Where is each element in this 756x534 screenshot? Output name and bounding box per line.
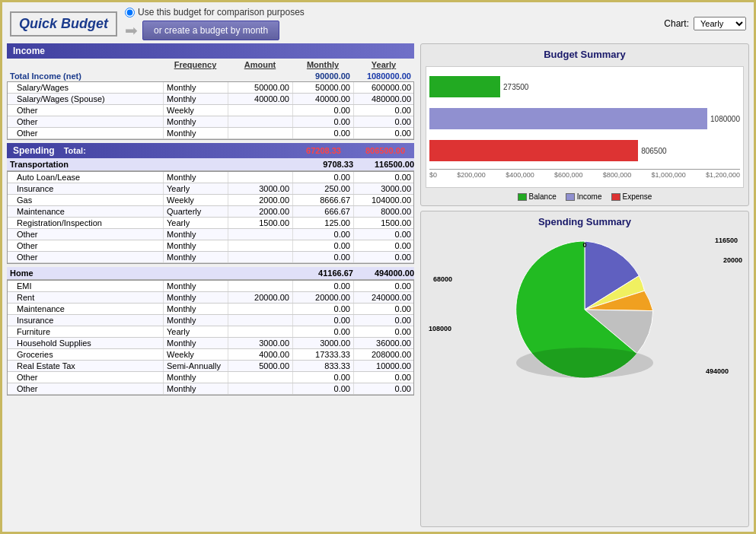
table-row: Groceries Weekly 4000.00 17333.33 208000… — [8, 349, 413, 361]
table-row: Insurance Yearly 3000.00 250.00 3000.00 — [8, 183, 413, 195]
table-row: Salary/Wages (Spouse) Monthly 40000.00 4… — [8, 94, 413, 105]
table-row: Auto Loan/Lease Monthly 0.00 0.00 — [8, 172, 413, 183]
income-bar — [429, 108, 707, 129]
pie-label-0: 0 — [582, 241, 586, 249]
legend-income-color — [566, 193, 575, 201]
table-row: Other Monthly 0.00 0.00 — [8, 128, 413, 139]
spending-header: Spending Total: 67208.33 806500.00 — [7, 143, 414, 158]
spending-summary-box: Spending Summary — [420, 211, 749, 527]
create-budget-button[interactable]: or create a budget by month — [142, 21, 279, 40]
income-section: Income Frequency Amount Monthly Yearly T… — [7, 43, 414, 140]
table-row: Maintenance Monthly 0.00 0.00 — [8, 304, 413, 315]
use-budget-radio[interactable] — [125, 8, 135, 17]
pie-label-116500: 116500 — [715, 237, 738, 244]
table-row: Gas Weekly 2000.00 8666.67 104000.00 — [8, 195, 413, 206]
table-row: Other Weekly 0.00 0.00 — [8, 105, 413, 116]
home-table: EMI Monthly 0.00 0.00 Rent Monthly 20000… — [7, 280, 414, 396]
table-row: Other Monthly 0.00 0.00 — [8, 252, 413, 263]
spending-summary-title: Spending Summary — [426, 216, 744, 227]
balance-value: 273500 — [503, 83, 528, 91]
table-row: Other Monthly 0.00 0.00 — [8, 229, 413, 240]
pie-label-108000: 108000 — [429, 325, 451, 332]
home-header: Home 41166.67 494000.00 — [7, 267, 414, 280]
table-row: Other Monthly 0.00 0.00 — [8, 240, 413, 252]
right-panel: Budget Summary 273500 1080000 — [414, 43, 749, 527]
table-row: Other Monthly 0.00 0.00 — [8, 372, 413, 383]
expense-bar — [429, 140, 638, 161]
income-value: 1080000 — [710, 115, 740, 123]
legend-expense: Expense — [611, 192, 652, 201]
pie-label-68000: 68000 — [433, 275, 452, 283]
income-col-headers: Frequency Amount Monthly Yearly — [7, 59, 414, 71]
pie-chart-svg — [505, 237, 665, 382]
expense-bar-row: 806500 — [429, 137, 740, 164]
legend-income: Income — [566, 192, 602, 201]
legend-balance-color — [518, 193, 527, 201]
table-row: Maintenance Quarterly 2000.00 666.67 800… — [8, 206, 413, 218]
table-row: Other Monthly 0.00 0.00 — [8, 116, 413, 128]
income-table: Salary/Wages Monthly 50000.00 50000.00 6… — [7, 81, 414, 140]
pie-label-20000: 20000 — [723, 256, 742, 264]
table-row: Other Monthly 0.00 0.00 — [8, 383, 413, 395]
income-bar-row: 1080000 — [429, 105, 740, 132]
table-row: Rent Monthly 20000.00 20000.00 240000.00 — [8, 292, 413, 304]
chart-legend: Balance Income Expense — [426, 192, 744, 201]
budget-summary-box: Budget Summary 273500 1080000 — [420, 43, 749, 206]
spending-section: Spending Total: 67208.33 806500.00 Trans… — [7, 143, 414, 396]
left-panel: Income Frequency Amount Monthly Yearly T… — [7, 43, 414, 527]
arrow-icon: ➡ — [125, 21, 138, 40]
table-row: Furniture Yearly 0.00 0.00 — [8, 326, 413, 338]
expense-value: 806500 — [641, 147, 666, 155]
transportation-header: Transportation 9708.33 116500.00 — [7, 158, 414, 171]
table-row: Real Estate Tax Semi-Annually 5000.00 83… — [8, 361, 413, 372]
bar-chart: 273500 1080000 806500 — [426, 66, 744, 188]
pie-label-494000: 494000 — [706, 367, 729, 375]
budget-summary-title: Budget Summary — [426, 49, 744, 60]
pie-chart-container: 116500 20000 0 68000 108000 494000 — [426, 234, 744, 386]
x-axis: $0 $200,000 $400,000 $600,000 $800,000 $… — [429, 169, 740, 179]
chart-label: Chart: — [664, 18, 689, 29]
legend-balance: Balance — [518, 192, 557, 201]
transportation-table: Auto Loan/Lease Monthly 0.00 0.00 Insura… — [7, 171, 414, 264]
table-row: EMI Monthly 0.00 0.00 — [8, 281, 413, 292]
quick-budget-title: Quick Budget — [10, 11, 117, 37]
income-header: Income — [7, 43, 414, 59]
legend-expense-color — [611, 193, 620, 201]
svg-point-0 — [516, 348, 653, 378]
balance-bar-row: 273500 — [429, 73, 740, 100]
table-row: Registration/Inspection Yearly 1500.00 1… — [8, 218, 413, 229]
table-row: Insurance Monthly 0.00 0.00 — [8, 315, 413, 326]
table-row: Salary/Wages Monthly 50000.00 50000.00 6… — [8, 82, 413, 94]
balance-bar — [429, 76, 500, 97]
income-total-row: Total Income (net) 90000.00 1080000.00 — [7, 71, 414, 81]
table-row: Household Supplies Monthly 3000.00 3000.… — [8, 338, 413, 349]
chart-selector-dropdown[interactable]: Yearly Monthly — [694, 17, 746, 30]
